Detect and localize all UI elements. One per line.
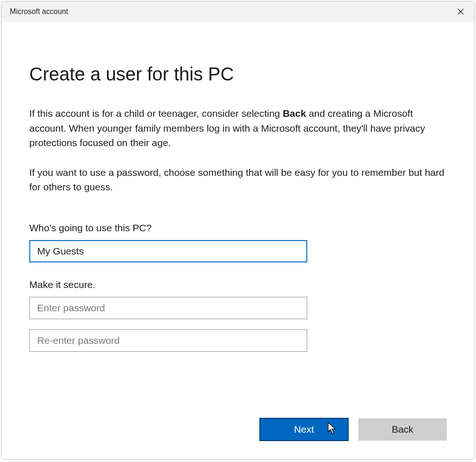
- intro1-pre: If this account is for a child or teenag…: [29, 108, 283, 119]
- page-title: Create a user for this PC: [29, 64, 447, 85]
- next-button[interactable]: Next: [260, 418, 348, 441]
- dialog-window: Microsoft account Create a user for this…: [1, 1, 475, 460]
- password-input[interactable]: [29, 297, 307, 319]
- back-button[interactable]: Back: [358, 418, 447, 441]
- titlebar: Microsoft account: [1, 1, 475, 22]
- password-stack: [29, 297, 447, 352]
- window-title: Microsoft account: [10, 7, 68, 16]
- username-label: Who's going to use this PC?: [29, 222, 447, 234]
- username-input[interactable]: [29, 240, 307, 262]
- password-confirm-input[interactable]: [29, 329, 307, 352]
- intro-paragraph-1: If this account is for a child or teenag…: [29, 106, 447, 150]
- secure-label: Make it secure.: [29, 279, 447, 290]
- footer-buttons: Next Back: [260, 418, 447, 441]
- intro-paragraph-2: If you want to use a password, choose so…: [29, 165, 447, 194]
- content-area: Create a user for this PC If this accoun…: [1, 22, 475, 459]
- intro1-bold: Back: [283, 108, 306, 119]
- close-button[interactable]: [447, 1, 475, 22]
- close-icon: [457, 8, 464, 15]
